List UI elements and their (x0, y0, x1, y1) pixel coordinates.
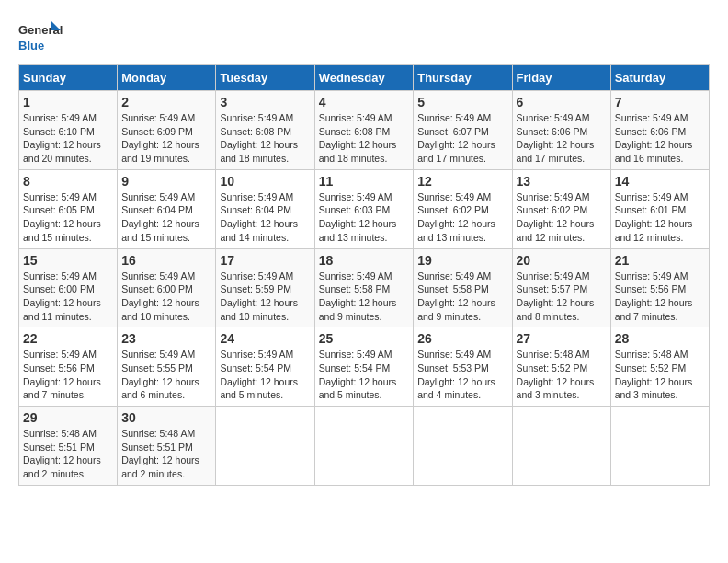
week-row-4: 22Sunrise: 5:49 AMSunset: 5:56 PMDayligh… (19, 327, 710, 407)
day-detail: Sunrise: 5:49 AMSunset: 5:58 PMDaylight:… (417, 270, 507, 324)
day-detail: Sunrise: 5:49 AMSunset: 5:54 PMDaylight:… (220, 348, 310, 402)
calendar-table: SundayMondayTuesdayWednesdayThursdayFrid… (18, 64, 710, 486)
day-detail: Sunrise: 5:49 AMSunset: 6:06 PMDaylight:… (615, 111, 705, 166)
day-detail: Sunrise: 5:49 AMSunset: 5:57 PMDaylight:… (517, 270, 607, 324)
calendar-cell: 22Sunrise: 5:49 AMSunset: 5:56 PMDayligh… (19, 327, 118, 407)
day-number: 27 (517, 331, 607, 346)
day-number: 14 (615, 174, 705, 189)
day-detail: Sunrise: 5:49 AMSunset: 6:08 PMDaylight:… (220, 111, 310, 166)
day-number: 20 (517, 253, 607, 268)
day-number: 3 (220, 95, 310, 109)
calendar-cell (512, 407, 610, 486)
day-detail: Sunrise: 5:49 AMSunset: 6:02 PMDaylight:… (417, 190, 507, 245)
day-number: 25 (319, 331, 410, 346)
calendar-cell: 3Sunrise: 5:49 AMSunset: 6:08 PMDaylight… (216, 91, 314, 170)
calendar-cell: 5Sunrise: 5:49 AMSunset: 6:07 PMDaylight… (414, 91, 512, 170)
calendar-cell: 10Sunrise: 5:49 AMSunset: 6:04 PMDayligh… (216, 169, 314, 248)
day-detail: Sunrise: 5:49 AMSunset: 5:56 PMDaylight:… (23, 348, 113, 402)
calendar-cell: 17Sunrise: 5:49 AMSunset: 5:59 PMDayligh… (216, 248, 314, 327)
calendar-cell: 23Sunrise: 5:49 AMSunset: 5:55 PMDayligh… (118, 327, 216, 407)
day-detail: Sunrise: 5:48 AMSunset: 5:52 PMDaylight:… (615, 348, 705, 402)
weekday-header-thursday: Thursday (414, 65, 512, 91)
weekday-header-saturday: Saturday (610, 65, 709, 91)
calendar-cell (216, 407, 314, 486)
calendar-cell: 6Sunrise: 5:49 AMSunset: 6:06 PMDaylight… (512, 91, 610, 170)
calendar-cell: 25Sunrise: 5:49 AMSunset: 5:54 PMDayligh… (314, 327, 414, 407)
svg-text:Blue: Blue (18, 39, 44, 52)
day-detail: Sunrise: 5:49 AMSunset: 5:58 PMDaylight:… (319, 270, 410, 324)
calendar-cell: 8Sunrise: 5:49 AMSunset: 6:05 PMDaylight… (19, 169, 118, 248)
calendar-cell: 7Sunrise: 5:49 AMSunset: 6:06 PMDaylight… (610, 91, 709, 170)
calendar-cell (414, 407, 512, 486)
day-detail: Sunrise: 5:49 AMSunset: 6:09 PMDaylight:… (121, 111, 211, 166)
week-row-2: 8Sunrise: 5:49 AMSunset: 6:05 PMDaylight… (19, 169, 710, 248)
day-detail: Sunrise: 5:49 AMSunset: 6:04 PMDaylight:… (121, 190, 211, 245)
day-number: 10 (220, 174, 310, 189)
day-number: 21 (615, 253, 705, 268)
day-number: 6 (517, 95, 607, 109)
calendar-cell: 28Sunrise: 5:48 AMSunset: 5:52 PMDayligh… (610, 327, 709, 407)
day-number: 9 (121, 174, 211, 189)
day-detail: Sunrise: 5:48 AMSunset: 5:51 PMDaylight:… (121, 427, 211, 481)
day-number: 28 (615, 331, 705, 346)
day-detail: Sunrise: 5:49 AMSunset: 6:02 PMDaylight:… (517, 190, 607, 245)
weekday-header-friday: Friday (512, 65, 610, 91)
day-detail: Sunrise: 5:49 AMSunset: 6:04 PMDaylight:… (220, 190, 310, 245)
day-number: 22 (23, 331, 113, 346)
day-number: 1 (23, 95, 113, 109)
calendar-cell: 29Sunrise: 5:48 AMSunset: 5:51 PMDayligh… (19, 407, 118, 486)
logo-icon: General Blue (18, 18, 64, 55)
day-number: 11 (319, 174, 410, 189)
calendar-cell: 27Sunrise: 5:48 AMSunset: 5:52 PMDayligh… (512, 327, 610, 407)
day-number: 29 (23, 410, 113, 425)
day-number: 7 (615, 95, 705, 109)
day-number: 16 (121, 253, 211, 268)
calendar-cell: 14Sunrise: 5:49 AMSunset: 6:01 PMDayligh… (610, 169, 709, 248)
weekday-header-monday: Monday (118, 65, 216, 91)
day-detail: Sunrise: 5:49 AMSunset: 5:59 PMDaylight:… (220, 270, 310, 324)
calendar-cell (610, 407, 709, 486)
day-number: 12 (417, 174, 507, 189)
day-detail: Sunrise: 5:49 AMSunset: 5:55 PMDaylight:… (121, 348, 211, 402)
day-detail: Sunrise: 5:49 AMSunset: 6:10 PMDaylight:… (23, 111, 113, 166)
calendar-cell: 26Sunrise: 5:49 AMSunset: 5:53 PMDayligh… (414, 327, 512, 407)
day-number: 2 (121, 95, 211, 109)
day-detail: Sunrise: 5:49 AMSunset: 6:05 PMDaylight:… (23, 190, 113, 245)
day-number: 24 (220, 331, 310, 346)
calendar-cell: 15Sunrise: 5:49 AMSunset: 6:00 PMDayligh… (19, 248, 118, 327)
day-detail: Sunrise: 5:49 AMSunset: 5:54 PMDaylight:… (319, 348, 410, 402)
day-number: 26 (417, 331, 507, 346)
calendar-cell: 13Sunrise: 5:49 AMSunset: 6:02 PMDayligh… (512, 169, 610, 248)
day-detail: Sunrise: 5:49 AMSunset: 6:07 PMDaylight:… (417, 111, 507, 166)
calendar-cell: 30Sunrise: 5:48 AMSunset: 5:51 PMDayligh… (118, 407, 216, 486)
calendar-cell: 21Sunrise: 5:49 AMSunset: 5:56 PMDayligh… (610, 248, 709, 327)
day-number: 23 (121, 331, 211, 346)
day-number: 15 (23, 253, 113, 268)
day-detail: Sunrise: 5:49 AMSunset: 6:00 PMDaylight:… (121, 270, 211, 324)
day-number: 5 (417, 95, 507, 109)
header-area: General Blue (18, 18, 710, 55)
week-row-3: 15Sunrise: 5:49 AMSunset: 6:00 PMDayligh… (19, 248, 710, 327)
day-detail: Sunrise: 5:48 AMSunset: 5:52 PMDaylight:… (517, 348, 607, 402)
day-number: 30 (121, 410, 211, 425)
logo: General Blue (18, 18, 64, 55)
day-number: 17 (220, 253, 310, 268)
calendar-cell: 16Sunrise: 5:49 AMSunset: 6:00 PMDayligh… (118, 248, 216, 327)
day-detail: Sunrise: 5:49 AMSunset: 5:53 PMDaylight:… (417, 348, 507, 402)
weekday-header-row: SundayMondayTuesdayWednesdayThursdayFrid… (19, 65, 710, 91)
day-detail: Sunrise: 5:49 AMSunset: 5:56 PMDaylight:… (615, 270, 705, 324)
day-number: 8 (23, 174, 113, 189)
day-detail: Sunrise: 5:48 AMSunset: 5:51 PMDaylight:… (23, 427, 113, 481)
calendar-cell: 20Sunrise: 5:49 AMSunset: 5:57 PMDayligh… (512, 248, 610, 327)
day-detail: Sunrise: 5:49 AMSunset: 6:06 PMDaylight:… (517, 111, 607, 166)
calendar-cell: 11Sunrise: 5:49 AMSunset: 6:03 PMDayligh… (314, 169, 414, 248)
weekday-header-sunday: Sunday (19, 65, 118, 91)
calendar-cell: 9Sunrise: 5:49 AMSunset: 6:04 PMDaylight… (118, 169, 216, 248)
calendar-cell: 12Sunrise: 5:49 AMSunset: 6:02 PMDayligh… (414, 169, 512, 248)
calendar-cell (314, 407, 414, 486)
week-row-1: 1Sunrise: 5:49 AMSunset: 6:10 PMDaylight… (19, 91, 710, 170)
week-row-5: 29Sunrise: 5:48 AMSunset: 5:51 PMDayligh… (19, 407, 710, 486)
day-detail: Sunrise: 5:49 AMSunset: 6:00 PMDaylight:… (23, 270, 113, 324)
day-number: 18 (319, 253, 410, 268)
day-number: 4 (319, 95, 410, 109)
